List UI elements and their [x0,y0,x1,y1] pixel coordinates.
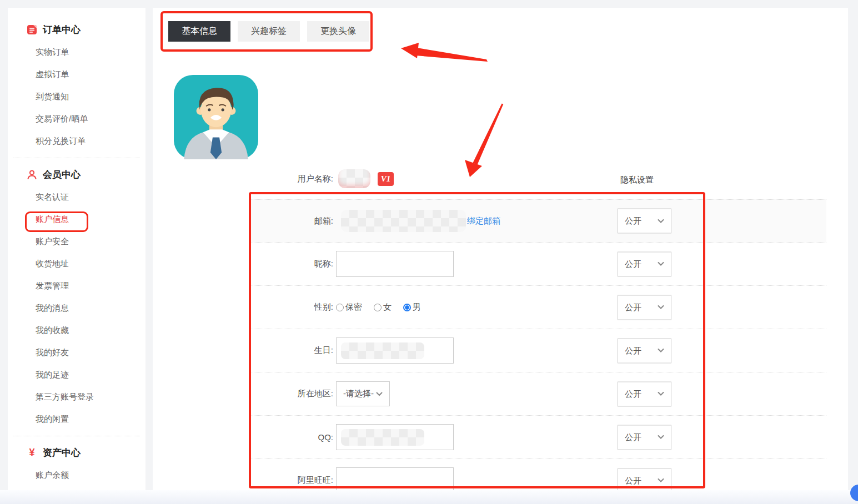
radio-icon [403,304,411,311]
radio-label: 男 [413,302,421,313]
field-value-area [336,251,454,277]
form-row: 昵称:公开 [250,243,826,286]
sidebar-item[interactable]: 实物订单 [8,41,145,63]
tab[interactable]: 更换头像 [307,21,369,42]
sidebar-section-title: 订单中心 [43,23,81,36]
username-row: 用户名称: V1 [250,169,394,189]
sidebar-item[interactable]: 账户安全 [8,230,145,253]
chevron-down-icon [376,392,383,396]
sidebar-item[interactable]: 积分兑换订单 [8,130,145,152]
username-redacted-value [338,169,370,188]
radio-icon [336,304,344,311]
text-input[interactable] [336,467,454,490]
privacy-select[interactable]: 公开 [618,251,671,276]
privacy-select[interactable]: 公开 [618,295,671,320]
field-label: 性别: [250,302,333,313]
sidebar-item-active[interactable]: 账户信息 [8,208,145,230]
privacy-select-value: 公开 [625,389,641,399]
sidebar-item[interactable]: 账户余额 [8,464,145,486]
field-label: 阿里旺旺: [250,475,333,486]
vip-level-badge: V1 [378,172,394,186]
field-value-area [336,467,454,490]
privacy-select[interactable]: 公开 [618,209,671,234]
form-row: 所在地区:-请选择-公开 [250,372,826,416]
form-row: 阿里旺旺:公开 [250,459,826,490]
privacy-select[interactable]: 公开 [618,468,671,490]
sidebar-item[interactable]: 我的消息 [8,297,145,319]
field-label: 昵称: [250,259,333,269]
privacy-select[interactable]: 公开 [618,338,671,363]
sidebar-item[interactable]: 收货地址 [8,253,145,275]
sidebar-section-header: ¥资产中心 [8,441,145,464]
man-avatar-illustration [174,75,258,159]
privacy-select-value: 公开 [625,345,641,356]
field-value-area: 保密女男 [336,302,421,313]
sidebar-section-header: 会员中心 [8,163,145,186]
sidebar-item[interactable]: 发票管理 [8,275,145,297]
privacy-select-value: 公开 [625,259,641,269]
sidebar-item[interactable]: 第三方账号登录 [8,386,145,408]
region-select[interactable]: -请选择- [336,381,390,406]
privacy-select-value: 公开 [625,475,641,486]
sidebar-section-title: 会员中心 [43,168,81,181]
tab-bar: 基本信息兴趣标签更换头像 [168,21,369,42]
username-label: 用户名称: [250,174,333,184]
select-value: -请选择- [343,389,374,399]
bind-email-link[interactable]: 绑定邮箱 [467,216,500,226]
page-bottom-strip [0,490,858,504]
sidebar-item[interactable]: 实名认证 [8,186,145,208]
privacy-select-value: 公开 [625,216,641,226]
sidebar-item[interactable]: 虚拟订单 [8,63,145,85]
radio-icon [374,304,382,311]
form-row: 邮箱:绑定邮箱公开 [250,199,826,243]
redacted-value [341,210,466,232]
redacted-value [341,342,424,359]
privacy-select[interactable]: 公开 [618,425,671,450]
text-input[interactable] [336,424,454,450]
text-input[interactable] [336,337,454,364]
sidebar-item[interactable]: 交易评价/晒单 [8,108,145,130]
sidebar-section-header: 订单中心 [8,18,145,41]
sidebar: 订单中心实物订单虚拟订单到货通知交易评价/晒单积分兑换订单会员中心实名认证账户信… [8,8,145,490]
form-row: 生日:公开 [250,329,826,372]
sidebar-item[interactable]: 我的足迹 [8,364,145,386]
form-row: 性别:保密女男公开 [250,286,826,329]
privacy-settings-header: 隐私设置 [620,170,654,190]
tab[interactable]: 兴趣标签 [238,21,300,42]
sidebar-sections: 订单中心实物订单虚拟订单到货通知交易评价/晒单积分兑换订单会员中心实名认证账户信… [8,8,145,486]
privacy-select-value: 公开 [625,302,641,313]
tab-active[interactable]: 基本信息 [168,21,230,42]
order-icon [27,24,37,35]
chevron-down-icon [658,478,664,483]
user-avatar [174,75,258,159]
radio-label: 保密 [345,302,362,313]
field-value-area [336,337,454,364]
sidebar-divider [13,436,140,436]
field-value-area [336,424,454,450]
text-input[interactable] [336,251,454,277]
privacy-select-value: 公开 [625,432,641,442]
radio-option-selected[interactable]: 男 [403,302,421,313]
radio-label: 女 [383,302,392,313]
field-label: 生日: [250,345,333,356]
sidebar-item[interactable]: 我的好友 [8,341,145,364]
sidebar-item[interactable]: 到货通知 [8,85,145,108]
chevron-down-icon [658,262,664,266]
field-label: 所在地区: [250,389,333,399]
redacted-value [341,429,424,446]
member-icon [27,169,37,180]
chevron-down-icon [658,219,664,223]
sidebar-item[interactable]: 我的闲置 [8,408,145,430]
privacy-select[interactable]: 公开 [618,381,671,406]
gender-radio-group: 保密女男 [336,302,421,313]
chevron-down-icon [658,305,664,310]
chevron-down-icon [658,392,664,396]
form-row: QQ:公开 [250,416,826,459]
radio-option[interactable]: 女 [374,302,392,313]
field-label: QQ: [250,432,333,442]
main-content: 基本信息兴趣标签更换头像 用户名称: V1 隐私设置 邮箱:绑定邮箱公开昵称:公… [153,8,848,490]
field-value-area: -请选择- [336,381,390,406]
chevron-down-icon [658,349,664,353]
sidebar-item[interactable]: 我的收藏 [8,319,145,341]
radio-option[interactable]: 保密 [336,302,362,313]
